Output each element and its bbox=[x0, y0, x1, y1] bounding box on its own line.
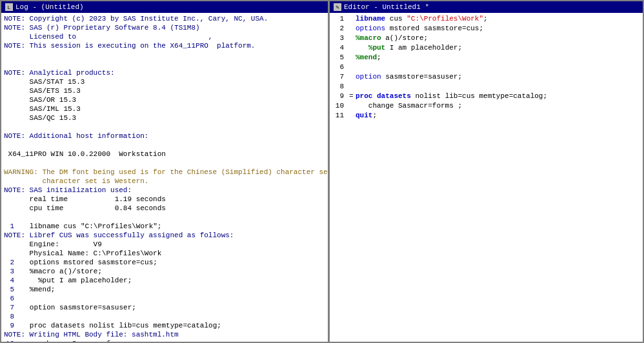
log-line: NOTE: Analytical products: bbox=[4, 68, 325, 77]
log-line: Physical Name: C:\Profiles\Work bbox=[4, 249, 325, 258]
line-code[interactable]: change Sasmacr=forms ; bbox=[356, 101, 643, 111]
log-titlebar: L Log - (Untitled) bbox=[1, 1, 328, 13]
editor-line: 7option sasmstore=sasuser; bbox=[330, 72, 643, 82]
line-code[interactable]: options mstored sasmstore=cus; bbox=[356, 24, 643, 34]
line-code[interactable]: %put I am placeholder; bbox=[356, 43, 643, 53]
log-line: NOTE: Additional host information: bbox=[4, 132, 325, 141]
line-code[interactable]: %macro a()/store; bbox=[356, 34, 643, 43]
line-marker: = bbox=[349, 92, 356, 101]
log-line bbox=[4, 122, 325, 132]
log-line: 5 %mend; bbox=[4, 285, 325, 294]
log-line: NOTE: Copyright (c) 2023 by SAS Institut… bbox=[4, 14, 325, 23]
line-number: 8 bbox=[330, 82, 349, 92]
log-line: Engine: V9 bbox=[4, 240, 325, 249]
log-line: SAS/OR 15.3 bbox=[4, 95, 325, 104]
log-line: 8 bbox=[4, 312, 325, 321]
editor-title-text: Editor - Untitled1 * bbox=[344, 3, 429, 11]
editor-line: 5%mend; bbox=[330, 53, 643, 63]
log-line: 7 option sasmstore=sasuser; bbox=[4, 303, 325, 312]
line-number: 1 bbox=[330, 14, 349, 24]
log-content[interactable]: NOTE: Copyright (c) 2023 by SAS Institut… bbox=[1, 13, 328, 342]
line-number: 11 bbox=[330, 111, 349, 121]
log-line: WARNING: The DM font being used is for t… bbox=[4, 168, 325, 177]
editor-line: 6 bbox=[330, 63, 643, 72]
log-line: SAS/ETS 15.3 bbox=[4, 86, 325, 95]
line-number: 4 bbox=[330, 43, 349, 53]
log-title-icon: L bbox=[5, 3, 13, 11]
log-line: SAS/QC 15.3 bbox=[4, 113, 325, 122]
log-line: NOTE: Libref CUS was successfully assign… bbox=[4, 231, 325, 240]
log-line bbox=[4, 59, 325, 68]
log-line: 10 change Sasmacr=forms ; bbox=[4, 339, 325, 342]
log-line: 2 options mstored sasmstore=cus; bbox=[4, 258, 325, 267]
line-number: 3 bbox=[330, 34, 349, 43]
log-line: 6 bbox=[4, 294, 325, 303]
editor-content[interactable]: 1libname cus "C:\Profiles\Work";2options… bbox=[330, 13, 643, 342]
log-line: SAS/STAT 15.3 bbox=[4, 77, 325, 86]
line-number: 2 bbox=[330, 24, 349, 34]
editor-line: 8 bbox=[330, 82, 643, 92]
log-line bbox=[4, 213, 325, 222]
log-line: character set is Western. bbox=[4, 177, 325, 186]
line-number: 7 bbox=[330, 72, 349, 82]
editor-title-icon: ✎ bbox=[334, 3, 341, 11]
log-line: NOTE: Writing HTML Body file: sashtml.ht… bbox=[4, 330, 325, 339]
log-title-text: Log - (Untitled) bbox=[15, 3, 84, 11]
log-line: Licensed to , bbox=[4, 32, 325, 41]
log-line: NOTE: SAS (r) Proprietary Software 8.4 (… bbox=[4, 23, 325, 32]
line-code[interactable]: proc datasets nolist lib=cus memtype=cat… bbox=[356, 92, 643, 101]
line-number: 9 bbox=[330, 92, 349, 101]
log-line bbox=[4, 159, 325, 168]
log-line bbox=[4, 50, 325, 59]
log-line: SAS/IML 15.3 bbox=[4, 104, 325, 113]
line-code[interactable]: libname cus "C:\Profiles\Work"; bbox=[356, 14, 643, 24]
log-line: 9 proc datasets nolist lib=cus memtype=c… bbox=[4, 321, 325, 330]
editor-line: 4 %put I am placeholder; bbox=[330, 43, 643, 53]
editor-line: 1libname cus "C:\Profiles\Work"; bbox=[330, 14, 643, 24]
line-number: 10 bbox=[330, 101, 349, 111]
line-code[interactable]: option sasmstore=sasuser; bbox=[356, 72, 643, 82]
line-code[interactable]: %mend; bbox=[356, 53, 643, 63]
log-line: real time 1.19 seconds bbox=[4, 195, 325, 204]
log-line: 3 %macro a()/store; bbox=[4, 267, 325, 276]
editor-line: 3%macro a()/store; bbox=[330, 34, 643, 43]
log-line: 1 libname cus "C:\Profiles\Work"; bbox=[4, 222, 325, 231]
log-line: NOTE: SAS initialization used: bbox=[4, 186, 325, 195]
log-line: 4 %put I am placeholder; bbox=[4, 276, 325, 285]
log-panel: L Log - (Untitled) NOTE: Copyright (c) 2… bbox=[0, 0, 329, 343]
editor-line: 10 change Sasmacr=forms ; bbox=[330, 101, 643, 111]
log-line: NOTE: This session is executing on the X… bbox=[4, 41, 325, 50]
editor-titlebar: ✎ Editor - Untitled1 * bbox=[330, 1, 643, 13]
editor-line: 9=proc datasets nolist lib=cus memtype=c… bbox=[330, 92, 643, 101]
log-line: cpu time 0.84 seconds bbox=[4, 204, 325, 213]
editor-line: 11quit; bbox=[330, 111, 643, 121]
line-number: 6 bbox=[330, 63, 349, 72]
log-line bbox=[4, 141, 325, 150]
editor-line: 2options mstored sasmstore=cus; bbox=[330, 24, 643, 34]
line-number: 5 bbox=[330, 53, 349, 63]
editor-panel: ✎ Editor - Untitled1 * 1libname cus "C:\… bbox=[329, 0, 644, 343]
log-line: X64_11PRO WIN 10.0.22000 Workstation bbox=[4, 150, 325, 159]
line-code[interactable]: quit; bbox=[356, 111, 643, 121]
